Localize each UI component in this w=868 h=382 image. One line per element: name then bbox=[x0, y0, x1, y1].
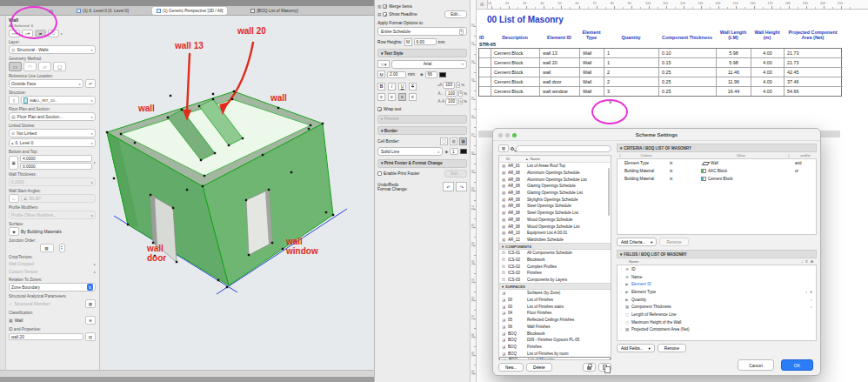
table-cell[interactable]: 4.00 bbox=[751, 77, 785, 87]
column-header[interactable]: Element ID bbox=[539, 34, 579, 41]
spacing-input-3[interactable]: 100 bbox=[445, 98, 457, 105]
list-item[interactable]: ◪Surfaces (by Zone) bbox=[499, 290, 611, 297]
table-cell[interactable]: Cement Block bbox=[491, 68, 540, 77]
add-fields-button[interactable]: Add Fields...▾ bbox=[617, 344, 655, 352]
underline-button[interactable]: U bbox=[398, 83, 406, 90]
text-color-swatch[interactable] bbox=[439, 72, 446, 77]
list-item[interactable]: ▦AR_08Skylights Openings Schedule bbox=[499, 196, 611, 203]
list-item[interactable]: ◪BOQList of Finishes by room bbox=[499, 350, 611, 357]
flip-reference-button[interactable]: ⇌ bbox=[85, 79, 96, 88]
col-name[interactable]: Name bbox=[530, 157, 539, 161]
undo-format-button[interactable]: ↶ bbox=[443, 182, 454, 191]
merge-items-checkbox[interactable] bbox=[383, 4, 387, 9]
edit-footer-button[interactable]: Edit... bbox=[444, 170, 467, 178]
field-row[interactable]: ⋮▦Projected Component Area (Net) bbox=[618, 326, 816, 334]
redo-format-button[interactable]: ↷ bbox=[456, 182, 467, 191]
table-cell[interactable]: 54.66 bbox=[785, 87, 843, 96]
tab-generic-perspective[interactable]: (1) Generic Perspective [3D / All] bbox=[152, 7, 228, 15]
favorite-style-button[interactable]: ☆▾ bbox=[377, 60, 390, 68]
search-input[interactable] bbox=[516, 145, 611, 152]
geometry-method-button-4[interactable]: ▢ bbox=[53, 62, 66, 71]
font-size-input[interactable]: 2.00 bbox=[387, 71, 406, 78]
table-cell[interactable]: 21.73 bbox=[785, 58, 843, 68]
chevron-right-icon[interactable]: ▸ bbox=[61, 31, 63, 36]
edit-headline-button[interactable]: Edit... bbox=[444, 10, 467, 18]
list-item[interactable]: ▦AR_08Glazing Openings Schedule List bbox=[499, 190, 611, 197]
apply-format-select[interactable]: Entire Schedule ⇅ bbox=[377, 27, 467, 36]
list-item[interactable]: ◪BOQList of Masonry bbox=[499, 357, 611, 360]
remove-field-button[interactable]: Remove bbox=[658, 344, 686, 352]
sort-header-icon[interactable]: ↓ bbox=[801, 259, 803, 264]
cancel-button[interactable]: Cancel bbox=[738, 359, 774, 371]
column-header[interactable]: Quantity bbox=[604, 34, 658, 41]
table-cell[interactable]: Cement Block bbox=[491, 87, 540, 96]
table-cell[interactable]: 0.25 bbox=[659, 68, 717, 77]
list-item[interactable]: ▦AR_08Aluminum Openings Schedule List bbox=[499, 176, 611, 183]
field-row[interactable]: ⋮◻Length of Reference Line bbox=[618, 311, 816, 318]
show-headline-checkbox[interactable] bbox=[383, 12, 387, 17]
fields-section-header[interactable]: ▾ FIELDS / BOQ LIST OF MASONRY bbox=[617, 250, 817, 258]
field-row[interactable]: ⋮▶Quantity↓ bbox=[618, 296, 816, 304]
column-header[interactable]: Wall Height (m) bbox=[751, 29, 784, 41]
scrollbar-thumb[interactable] bbox=[608, 168, 611, 216]
strikethrough-button[interactable]: T bbox=[409, 83, 417, 90]
border-section[interactable]: ▾ Border bbox=[377, 126, 467, 135]
list-item[interactable]: ▦AR_08Steel Openings Schedule bbox=[499, 203, 611, 210]
elevation-input[interactable]: 0.0000 bbox=[20, 163, 92, 170]
align-left-button[interactable]: ≡ bbox=[377, 93, 385, 101]
story-row[interactable]: ▴0. Level 0▸ bbox=[9, 138, 96, 147]
border-none-button[interactable]: ▢ bbox=[440, 137, 448, 145]
tool-select[interactable]: ◎Structural - Walls▸ bbox=[9, 45, 96, 54]
list-item[interactable]: ◪04Floor Finishes bbox=[499, 310, 611, 317]
composite-select[interactable]: WALL_INT_20...▸ bbox=[21, 96, 96, 104]
table-cell[interactable]: 16.44 bbox=[717, 87, 751, 96]
sort-header-icon[interactable]: Σ bbox=[805, 259, 808, 264]
table-cell[interactable]: Wall bbox=[580, 77, 604, 87]
dialog-titlebar[interactable]: Scheme Settings bbox=[493, 129, 820, 141]
junction-order-stepper[interactable]: ▴▾ bbox=[59, 244, 65, 252]
view-columns-button[interactable]: ▦ bbox=[498, 144, 509, 152]
surface-paint-button[interactable]: ◆ bbox=[9, 227, 19, 236]
spacing-input-1[interactable]: 100 bbox=[443, 82, 455, 89]
print-footer-section[interactable]: ▾ Print Footer & Format Change bbox=[377, 159, 467, 168]
delete-button[interactable]: Delete bbox=[526, 363, 552, 372]
list-item[interactable]: ▦AR_08Wood Openings Schedule bbox=[499, 217, 611, 224]
geometry-method-button-2[interactable]: ◠ bbox=[23, 62, 37, 71]
list-item[interactable]: ◪BOQBlockwork bbox=[499, 330, 611, 337]
table-cell[interactable]: 4.00 bbox=[751, 49, 785, 58]
properties-button[interactable]: ▤ bbox=[85, 332, 96, 341]
preview-section[interactable]: ▸ Preview bbox=[377, 115, 467, 124]
ok-button[interactable]: OK bbox=[781, 359, 813, 371]
list-item[interactable]: ▦AR_08Wood Openings Schedule List bbox=[499, 223, 611, 230]
table-cell[interactable]: Wall bbox=[580, 58, 604, 68]
list-item[interactable]: ▦AR_12Wardrobes Schedule bbox=[499, 237, 611, 244]
table-cell[interactable]: 0.25 bbox=[659, 87, 717, 96]
add-criteria-button[interactable]: Add Criteria...▾ bbox=[617, 238, 657, 246]
criteria-row[interactable]: ⋮Building MaterialisCement Block bbox=[618, 175, 816, 183]
table-cell[interactable] bbox=[479, 87, 491, 96]
table-cell[interactable]: Cement Block bbox=[491, 58, 540, 68]
table-cell[interactable]: 4.00 bbox=[751, 87, 785, 96]
structure-type-button[interactable]: ▯ bbox=[9, 96, 19, 104]
close-icon[interactable] bbox=[498, 133, 503, 137]
minimize-icon[interactable] bbox=[505, 133, 510, 137]
list-section-header[interactable]: ▾COMPONENTS bbox=[499, 243, 611, 250]
elevation-input[interactable]: 4.0000 bbox=[20, 155, 92, 162]
table-cell[interactable]: Wall bbox=[580, 68, 604, 77]
pen-number-input[interactable]: 66 bbox=[425, 71, 437, 78]
table-cell[interactable]: wall window bbox=[540, 87, 580, 96]
list-item[interactable]: ⚃ICS-03Components by Layers bbox=[499, 277, 611, 284]
3d-viewport[interactable]: wall 13wall 20wallwallwall doorwall wind… bbox=[100, 16, 374, 370]
border-outline-button[interactable]: ▥ bbox=[450, 137, 457, 145]
table-cell[interactable]: wall door bbox=[540, 77, 580, 87]
table-cell[interactable]: 21.73 bbox=[785, 49, 843, 58]
table-cell[interactable]: 0.10 bbox=[659, 49, 717, 58]
duplicate-icon[interactable] bbox=[598, 363, 611, 372]
table-cell[interactable]: 42.45 bbox=[785, 68, 843, 77]
table-cell[interactable]: 4.00 bbox=[751, 58, 785, 68]
list-item[interactable]: ◪00List of Finishes stairs bbox=[499, 303, 611, 310]
text-style-section[interactable]: ▾ Text Style bbox=[377, 49, 467, 57]
field-row[interactable]: ⋮▶Element ID bbox=[618, 280, 816, 288]
table-cell[interactable]: Wall bbox=[580, 87, 604, 96]
border-all-button[interactable]: ▦ bbox=[459, 137, 467, 145]
